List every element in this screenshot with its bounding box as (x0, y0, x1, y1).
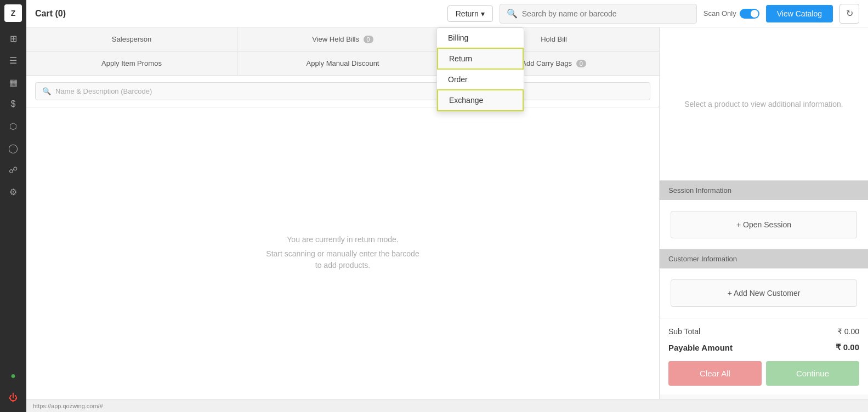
search-icon-product: 🔍 (42, 87, 51, 95)
sidebar-item-cart[interactable]: ☍ (3, 160, 23, 180)
cart-empty-state: You are currently in return mode. Start … (26, 107, 659, 399)
dropdown-item-exchange[interactable]: Exchange (437, 89, 524, 111)
sidebar-item-settings[interactable]: ⚙ (3, 182, 23, 202)
session-header: Session Information (660, 181, 868, 200)
status-bar: https://app.qozwing.com/# (26, 399, 868, 412)
product-search-area: 🔍 Name & Description (Barcode) (26, 76, 659, 107)
cart-empty-line1: You are currently in return mode. (287, 235, 398, 244)
cart-title: Cart (0) (35, 9, 66, 19)
main-content: Cart (0) Return ▾ 🔍 Scan Only View Catal… (26, 0, 868, 412)
sidebar-item-orders[interactable]: ☰ (3, 50, 23, 70)
sidebar: Z ⊞ ☰ ▦ $ ⬡ ◯ ☍ ⚙ ● ⏻ (0, 0, 26, 412)
product-search-placeholder: Name & Description (Barcode) (55, 87, 152, 95)
search-bar: 🔍 (500, 4, 697, 24)
apply-item-promos-button[interactable]: Apply Item Promos (26, 52, 237, 75)
summary-panel: Sub Total ₹ 0.00 Payable Amount ₹ 0.00 C… (660, 318, 868, 394)
cart-area: Salesperson View Held Bills 0 Hold Bill … (26, 27, 660, 399)
product-info-panel: Select a product to view additional info… (660, 27, 868, 181)
dropdown-item-return[interactable]: Return (437, 48, 524, 70)
action-buttons-row-2: Apply Item Promos Apply Manual Discount … (26, 52, 659, 76)
return-button[interactable]: Return ▾ (447, 5, 493, 22)
refresh-button[interactable]: ↻ (839, 4, 859, 24)
chevron-down-icon: ▾ (481, 9, 485, 18)
view-held-bills-button[interactable]: View Held Bills 0 (237, 27, 449, 51)
add-new-customer-button[interactable]: + Add New Customer (671, 279, 857, 307)
session-section: Session Information + Open Session (660, 181, 868, 249)
sidebar-item-customers[interactable]: ◯ (3, 138, 23, 158)
clear-all-button[interactable]: Clear All (668, 361, 762, 386)
topbar: Cart (0) Return ▾ 🔍 Scan Only View Catal… (26, 0, 868, 27)
salesperson-button[interactable]: Salesperson (26, 27, 237, 51)
apply-manual-discount-button[interactable]: Apply Manual Discount (237, 52, 449, 75)
scan-only-switch[interactable] (740, 9, 759, 19)
footer-buttons: Clear All Continue (668, 361, 859, 386)
payable-row: Payable Amount ₹ 0.00 (668, 342, 859, 352)
payable-label: Payable Amount (668, 343, 733, 352)
open-session-button[interactable]: + Open Session (671, 211, 857, 238)
search-input[interactable] (522, 9, 690, 18)
refresh-icon: ↻ (846, 8, 853, 19)
dropdown-item-order[interactable]: Order (437, 70, 524, 89)
sidebar-item-reports[interactable]: ▦ (3, 72, 23, 92)
dropdown-item-billing[interactable]: Billing (437, 28, 524, 48)
payable-value: ₹ 0.00 (836, 342, 859, 352)
sidebar-item-live[interactable]: ● (3, 366, 23, 386)
sub-total-value: ₹ 0.00 (837, 327, 859, 336)
customer-header: Customer Information (660, 249, 868, 268)
action-buttons-row: Salesperson View Held Bills 0 Hold Bill (26, 27, 659, 52)
sidebar-item-team[interactable]: ⬡ (3, 116, 23, 136)
scan-only-toggle: Scan Only (704, 9, 759, 19)
right-panel: Select a product to view additional info… (660, 27, 868, 399)
view-catalog-button[interactable]: View Catalog (766, 5, 833, 22)
cart-empty-line2: Start scanning or manually enter the bar… (266, 248, 419, 271)
customer-section: Customer Information + Add New Customer (660, 249, 868, 318)
search-icon: 🔍 (507, 8, 518, 19)
continue-button[interactable]: Continue (766, 361, 859, 386)
app-logo[interactable]: Z (4, 4, 22, 22)
product-search-bar[interactable]: 🔍 Name & Description (Barcode) (35, 82, 650, 100)
product-info-empty: Select a product to view additional info… (684, 100, 843, 108)
sub-total-row: Sub Total ₹ 0.00 (668, 327, 859, 336)
sidebar-item-power[interactable]: ⏻ (3, 388, 23, 408)
customer-box: + Add New Customer (660, 268, 868, 318)
sidebar-item-payments[interactable]: $ (3, 94, 23, 114)
return-dropdown: Billing Return Order Exchange (436, 27, 524, 112)
status-url: https://app.qozwing.com/# (33, 403, 103, 409)
sidebar-item-dashboard[interactable]: ⊞ (3, 28, 23, 48)
session-box: + Open Session (660, 200, 868, 249)
sub-total-label: Sub Total (668, 327, 700, 336)
